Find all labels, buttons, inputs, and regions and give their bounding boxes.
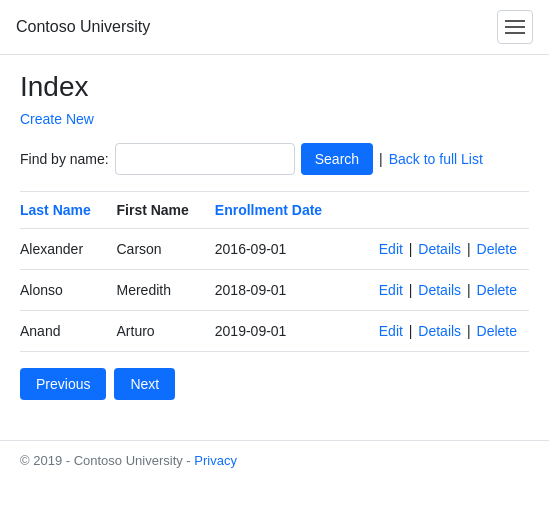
action-edit-link[interactable]: Edit (379, 282, 403, 298)
search-input[interactable] (115, 143, 295, 175)
cell-enrollment-date: 2018-09-01 (215, 270, 354, 311)
create-new-link[interactable]: Create New (20, 111, 94, 127)
page-title: Index (20, 71, 529, 103)
action-separator: | (463, 282, 474, 298)
main-content: Index Create New Find by name: Search | … (0, 55, 549, 440)
back-to-full-list-link[interactable]: Back to full List (389, 151, 483, 167)
col-header-enrollment-date: Enrollment Date (215, 192, 354, 229)
action-edit-link[interactable]: Edit (379, 323, 403, 339)
table-header-row: Last Name First Name Enrollment Date (20, 192, 529, 229)
search-row: Find by name: Search | Back to full List (20, 143, 529, 175)
action-delete-link[interactable]: Delete (477, 241, 517, 257)
action-separator: | (463, 323, 474, 339)
cell-actions: Edit | Details | Delete (354, 229, 529, 270)
action-edit-link[interactable]: Edit (379, 241, 403, 257)
table-row: AlonsoMeredith2018-09-01Edit | Details |… (20, 270, 529, 311)
table-header: Last Name First Name Enrollment Date (20, 192, 529, 229)
action-separator: | (463, 241, 474, 257)
action-delete-link[interactable]: Delete (477, 282, 517, 298)
action-separator: | (405, 241, 416, 257)
hamburger-line-1 (505, 20, 525, 22)
cell-last-name: Anand (20, 311, 117, 352)
cell-first-name: Meredith (117, 270, 215, 311)
table-row: AlexanderCarson2016-09-01Edit | Details … (20, 229, 529, 270)
navbar-brand: Contoso University (16, 18, 150, 36)
hamburger-line-3 (505, 32, 525, 34)
previous-button[interactable]: Previous (20, 368, 106, 400)
navbar-toggler[interactable] (497, 10, 533, 44)
col-header-last-name: Last Name (20, 192, 117, 229)
action-separator: | (405, 323, 416, 339)
cell-first-name: Carson (117, 229, 215, 270)
action-separator: | (405, 282, 416, 298)
action-delete-link[interactable]: Delete (477, 323, 517, 339)
col-header-first-name: First Name (117, 192, 215, 229)
table-row: AnandArturo2019-09-01Edit | Details | De… (20, 311, 529, 352)
pagination-row: Previous Next (20, 368, 529, 400)
next-button[interactable]: Next (114, 368, 175, 400)
cell-enrollment-date: 2016-09-01 (215, 229, 354, 270)
cell-first-name: Arturo (117, 311, 215, 352)
find-by-name-label: Find by name: (20, 151, 109, 167)
footer-copyright: © 2019 - Contoso University - (20, 453, 191, 468)
cell-actions: Edit | Details | Delete (354, 311, 529, 352)
action-details-link[interactable]: Details (418, 323, 461, 339)
pipe-separator: | (379, 151, 383, 167)
action-details-link[interactable]: Details (418, 282, 461, 298)
table-body: AlexanderCarson2016-09-01Edit | Details … (20, 229, 529, 352)
col-header-actions (354, 192, 529, 229)
students-table: Last Name First Name Enrollment Date Ale… (20, 191, 529, 352)
search-button[interactable]: Search (301, 143, 373, 175)
cell-enrollment-date: 2019-09-01 (215, 311, 354, 352)
action-details-link[interactable]: Details (418, 241, 461, 257)
cell-last-name: Alonso (20, 270, 117, 311)
navbar: Contoso University (0, 0, 549, 55)
hamburger-line-2 (505, 26, 525, 28)
footer-privacy-link[interactable]: Privacy (194, 453, 237, 468)
footer: © 2019 - Contoso University - Privacy (0, 440, 549, 480)
cell-last-name: Alexander (20, 229, 117, 270)
cell-actions: Edit | Details | Delete (354, 270, 529, 311)
